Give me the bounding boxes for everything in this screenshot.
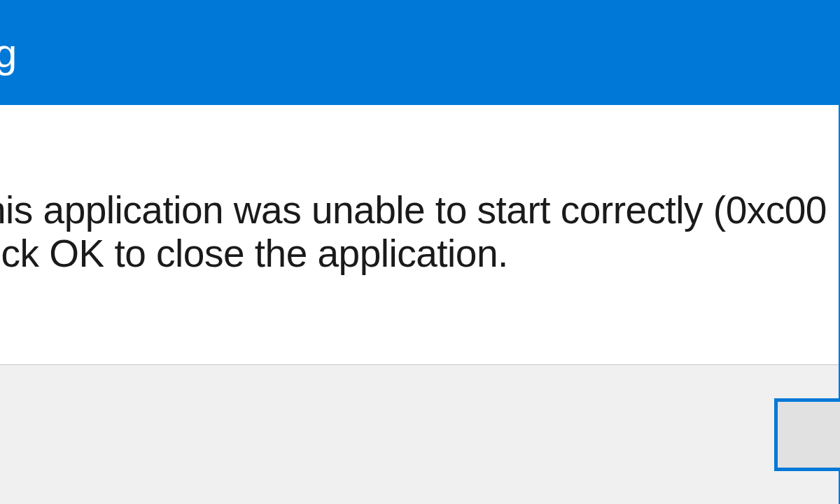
error-dialog: g his application was unable to start co… <box>0 0 840 504</box>
ok-button[interactable] <box>774 398 840 471</box>
message-line-2: lick OK to close the application. <box>0 232 508 275</box>
title-bar: g <box>0 0 839 105</box>
dialog-title: g <box>0 29 16 76</box>
dialog-body: his application was unable to start corr… <box>0 105 839 364</box>
error-message: his application was unable to start corr… <box>0 189 827 275</box>
message-line-1: his application was unable to start corr… <box>0 188 827 232</box>
dialog-footer <box>0 364 839 504</box>
